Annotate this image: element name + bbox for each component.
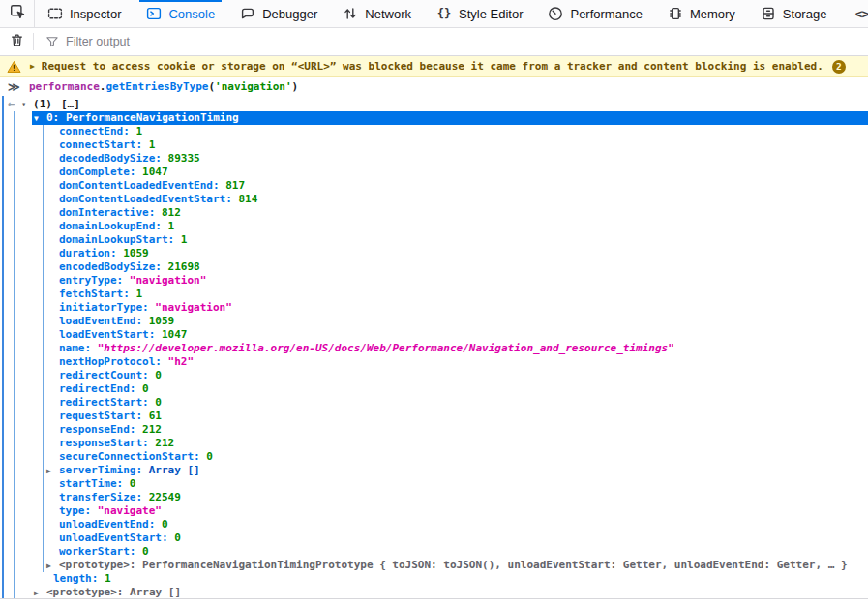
property-value: 1047 <box>162 328 188 341</box>
tree-row[interactable]: type: "navigate" <box>0 504 868 518</box>
prototype-label: <prototype>: PerformanceNavigationTiming… <box>59 559 848 571</box>
tree-row[interactable]: unloadEventStart: 0 <box>0 532 868 545</box>
property-value: 817 <box>225 179 245 192</box>
object-tree: ▼0: PerformanceNavigationTimingconnectEn… <box>0 111 868 599</box>
property-name: serverTiming: <box>59 464 149 476</box>
tree-row[interactable]: transferSize: 22549 <box>0 491 868 504</box>
tree-row[interactable]: domInteractive: 812 <box>0 206 868 220</box>
property-name: redirectEnd: <box>59 382 142 395</box>
property-value: 212 <box>142 423 162 436</box>
tree-row[interactable]: loadEventStart: 1047 <box>0 328 868 342</box>
tree-row[interactable]: domComplete: 1047 <box>0 166 868 179</box>
collapse-node-icon[interactable]: ▼ <box>34 112 46 126</box>
element-picker-button[interactable] <box>0 0 35 27</box>
tree-row[interactable]: entryType: "navigation" <box>0 274 868 288</box>
property-value: 89335 <box>168 152 200 165</box>
tab-label: Storage <box>783 7 827 21</box>
property-value: "https://developer.mozilla.org/en-US/doc… <box>98 342 674 354</box>
tree-row[interactable]: startTime: 0 <box>0 477 868 491</box>
tree-row[interactable]: length: 1 <box>0 572 868 586</box>
expand-node-icon[interactable]: ▶ <box>34 587 46 599</box>
tab-storage[interactable]: Storage <box>748 0 840 27</box>
tree-row[interactable]: nextHopProtocol: "h2" <box>0 355 868 369</box>
property-value: 1059 <box>123 247 149 259</box>
more-tabs-chevron-icon[interactable]: <> <box>853 0 868 27</box>
devtools-toolbar: InspectorConsoleDebuggerNetwork{}Style E… <box>0 0 868 28</box>
tab-accessibility[interactable]: Accessibility <box>839 0 853 27</box>
tree-row[interactable]: workerStart: 0 <box>0 545 868 559</box>
tree-row[interactable]: ▶serverTiming: Array [] <box>0 464 868 477</box>
array-preview-label: […] <box>61 98 80 110</box>
property-value: 1 <box>149 138 156 151</box>
property-name: domComplete: <box>59 166 142 178</box>
tree-row[interactable]: fetchStart: 1 <box>0 288 868 301</box>
expand-node-icon[interactable]: ▶ <box>46 465 59 478</box>
tree-row[interactable]: encodedBodySize: 21698 <box>0 260 868 274</box>
tree-row[interactable]: domainLookupStart: 1 <box>0 233 868 247</box>
tree-row[interactable]: unloadEventEnd: 0 <box>0 518 868 532</box>
tree-row[interactable]: redirectStart: 0 <box>0 396 868 410</box>
clear-console-button[interactable] <box>0 33 33 51</box>
property-name: domContentLoadedEventEnd: <box>59 179 225 192</box>
warning-triangle-icon <box>7 60 21 74</box>
tab-debugger[interactable]: Debugger <box>227 0 330 27</box>
tree-row[interactable]: duration: 1059 <box>0 247 868 260</box>
property-value: 0 <box>142 545 149 558</box>
tree-row[interactable]: decodedBodySize: 89335 <box>0 152 868 166</box>
tree-row[interactable]: initiatorType: "navigation" <box>0 301 868 315</box>
devtools-tabs: InspectorConsoleDebuggerNetwork{}Style E… <box>35 0 853 27</box>
property-value: 1059 <box>149 315 175 327</box>
tree-row[interactable]: ▶<prototype>: PerformanceNavigationTimin… <box>0 559 868 572</box>
tab-network[interactable]: Network <box>330 0 424 27</box>
return-value-arrow-icon: ← <box>8 97 15 110</box>
debugger-icon <box>240 6 255 21</box>
console-icon <box>146 6 162 21</box>
tree-row[interactable]: domContentLoadedEventStart: 814 <box>0 193 868 206</box>
filter-input-wrap <box>34 35 868 48</box>
tab-inspector[interactable]: Inspector <box>35 0 134 27</box>
property-value: 212 <box>155 437 174 449</box>
tab-memory[interactable]: Memory <box>655 0 748 27</box>
tree-row[interactable]: secureConnectionStart: 0 <box>0 450 868 464</box>
tree-row[interactable]: responseEnd: 212 <box>0 423 868 437</box>
property-name: responseEnd: <box>59 423 142 436</box>
property-name: unloadEventStart: <box>59 532 174 544</box>
tree-row[interactable]: loadEventEnd: 1059 <box>0 315 868 328</box>
tree-row[interactable]: ▼0: PerformanceNavigationTiming <box>0 111 868 125</box>
property-name: type: <box>59 504 98 517</box>
collapse-array-icon[interactable]: ▾ <box>21 100 26 108</box>
property-name: transferSize: <box>59 491 149 503</box>
warning-count-badge: 2 <box>832 60 846 74</box>
tree-row[interactable]: ▶<prototype>: Array [] <box>0 586 868 599</box>
tab-performance[interactable]: Performance <box>535 0 654 27</box>
tab-label: Console <box>168 7 215 21</box>
tree-row[interactable]: domContentLoadedEventEnd: 817 <box>0 179 868 193</box>
code-token: ) <box>292 80 299 93</box>
property-name: domInteractive: <box>59 206 162 219</box>
tree-row[interactable]: connectStart: 1 <box>0 138 868 152</box>
tree-row[interactable]: connectEnd: 1 <box>0 125 868 138</box>
property-value: 814 <box>238 193 257 205</box>
expand-node-icon[interactable]: ▶ <box>46 560 59 573</box>
tree-row[interactable]: requestStart: 61 <box>0 410 868 423</box>
prototype-label: <prototype>: Array [] <box>46 586 181 598</box>
tree-row[interactable]: redirectEnd: 0 <box>0 382 868 396</box>
property-value: 22549 <box>149 491 181 503</box>
property-value: 0 <box>130 477 136 490</box>
funnel-icon <box>45 35 59 48</box>
console-warning-row[interactable]: ▶ Request to access cookie or storage on… <box>0 56 868 77</box>
filter-output-input[interactable] <box>66 35 868 48</box>
property-name: domainLookupStart: <box>59 233 181 246</box>
property-name: loadEventEnd: <box>59 315 149 327</box>
tab-label: Inspector <box>70 7 121 21</box>
tree-row[interactable]: domainLookupEnd: 1 <box>0 220 868 233</box>
command-echo-row: ≫ performance.getEntriesByType('navigati… <box>0 77 868 96</box>
tree-row[interactable]: redirectCount: 0 <box>0 369 868 382</box>
tab-style-editor[interactable]: {}Style Editor <box>424 0 535 27</box>
result-header-row[interactable]: ← ▾ (1) […] <box>0 96 868 111</box>
property-value: 1 <box>181 233 188 246</box>
tree-row[interactable]: name: "https://developer.mozilla.org/en-… <box>0 342 868 355</box>
tree-row[interactable]: responseStart: 212 <box>0 437 868 450</box>
expand-warning-icon[interactable]: ▶ <box>30 62 35 71</box>
tab-console[interactable]: Console <box>134 0 227 27</box>
